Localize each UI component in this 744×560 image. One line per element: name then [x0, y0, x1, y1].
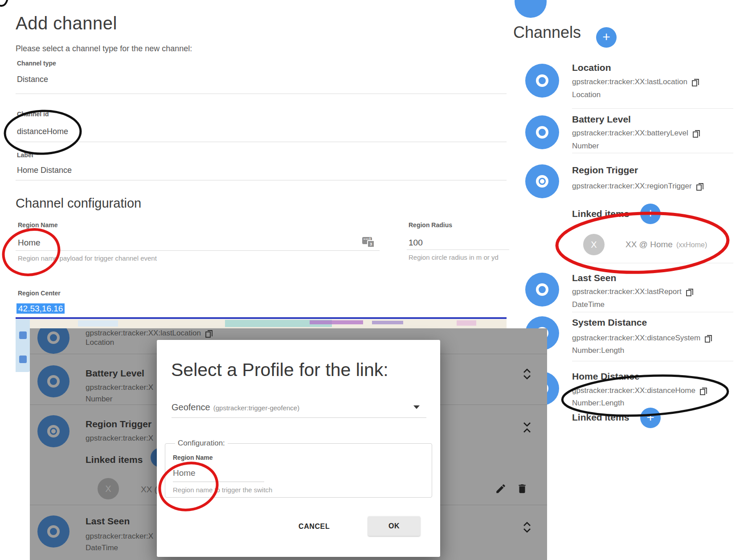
channel-heading: Location	[572, 62, 611, 73]
panel-top-partial-circle-icon	[515, 0, 547, 18]
channel-type: Location	[572, 90, 601, 99]
channel-id-input[interactable]: distanceHome	[17, 127, 68, 136]
add-linked-item-button[interactable]	[640, 204, 661, 224]
channel-heading: Last Seen	[572, 273, 616, 283]
label-field-input[interactable]: Home Distance	[17, 166, 72, 175]
copy-icon[interactable]	[693, 129, 700, 138]
channel-heading: System Distance	[572, 317, 647, 328]
linked-item-avatar: X	[583, 234, 605, 255]
channel-id-label: Channel id	[17, 110, 49, 118]
screen: Add channel Please select a channel type…	[0, 0, 744, 560]
region-name-hint: Region name to trigger the switch	[173, 486, 272, 494]
region-center-label: Region Center	[18, 290, 61, 297]
region-radius-underline	[407, 249, 509, 250]
profile-dialog: Select a Profile for the link: Geofence …	[157, 340, 440, 557]
channel-type: Number:Length	[572, 399, 624, 408]
channel-type-underline	[16, 94, 507, 94]
form-subtitle: Please select a channel type for the new…	[16, 44, 192, 53]
profile-selected-value: Geofence	[172, 402, 210, 413]
channel-heading: Battery Level	[572, 114, 631, 125]
profile-uid: (gpstracker:trigger-geofence)	[213, 404, 299, 412]
configuration-legend: Configuration:	[175, 439, 228, 448]
channel-type: DateTime	[572, 300, 605, 309]
linked-items-label: Linked items	[572, 412, 629, 423]
region-radius-input[interactable]: 100	[409, 238, 423, 248]
region-center-focus-underline	[16, 317, 507, 319]
page-title: Add channel	[16, 13, 117, 33]
ok-button[interactable]: OK	[368, 516, 420, 536]
linked-item-title: XX @ Home	[625, 240, 673, 249]
copy-icon[interactable]	[700, 387, 707, 395]
profile-select[interactable]: Geofence (gpstracker:trigger-geofence)	[172, 402, 299, 413]
channel-type: Number:Length	[572, 346, 624, 355]
configuration-fieldset: Configuration: Region Name Home Region n…	[165, 439, 432, 498]
copy-icon[interactable]	[692, 78, 699, 86]
section-title: Channel configuration	[16, 196, 141, 211]
region-radius-hint: Region circle radius in m or yd	[409, 253, 499, 261]
corner-annotation-arc	[0, 0, 8, 6]
channels-panel-title: Channels	[513, 23, 581, 42]
channel-type: Number	[572, 142, 599, 151]
channel-type-value[interactable]: Distance	[17, 75, 48, 84]
add-channel-button[interactable]	[596, 27, 617, 48]
keypad-icon[interactable]: •••‖ 3	[362, 237, 372, 244]
region-name-underline	[16, 250, 380, 251]
channel-uid: gpstracker:tracker:XX:distanceHome	[572, 386, 695, 395]
region-name-label: Region Name	[173, 454, 213, 461]
copy-icon[interactable]	[705, 334, 712, 343]
region-name-input[interactable]: Home	[18, 238, 41, 248]
region-center-input[interactable]: 42.53,16.16	[16, 304, 65, 314]
region-radius-label: Region Radius	[409, 221, 452, 229]
channel-last-seen-icon[interactable]	[525, 273, 559, 307]
map-zoom-out-button[interactable]	[19, 356, 27, 363]
label-underline	[16, 180, 507, 180]
channel-location-icon[interactable]	[525, 64, 559, 98]
channel-heading: Home Distance	[572, 371, 640, 382]
region-name-input[interactable]: Home	[173, 468, 196, 478]
add-linked-item-button[interactable]	[640, 408, 661, 428]
channel-region-trigger-icon[interactable]	[525, 164, 559, 198]
chevron-down-icon[interactable]	[413, 405, 420, 409]
copy-icon[interactable]	[696, 182, 704, 191]
copy-icon[interactable]	[686, 288, 694, 296]
channel-heading: Region Trigger	[572, 165, 638, 176]
map-fragment	[16, 319, 30, 372]
channel-uid: gpstracker:tracker:XX:lastLocation	[572, 78, 687, 86]
channel-battery-icon[interactable]	[525, 115, 559, 149]
channel-type-label: Channel type	[17, 60, 56, 67]
region-name-label: Region Name	[18, 221, 57, 229]
channel-uid: gpstracker:tracker:XX:batteryLevel	[572, 129, 688, 138]
map-sliver	[16, 319, 507, 328]
channel-uid: gpstracker:tracker:XX:distanceSystem	[572, 334, 700, 343]
region-name-hint: Region name payload for trigger channel …	[18, 254, 157, 262]
cancel-button[interactable]: CANCEL	[290, 517, 338, 536]
map-zoom-in-button[interactable]	[19, 331, 27, 339]
linked-items-label: Linked items	[572, 208, 629, 219]
channel-id-underline	[16, 142, 507, 142]
region-center-selected-value: 42.53,16.16	[16, 303, 65, 314]
linked-item-suffix: (xxHome)	[676, 241, 707, 249]
dialog-title: Select a Profile for the link:	[171, 360, 388, 380]
linked-item[interactable]: XX @ Home (xxHome)	[625, 240, 707, 249]
channel-uid: gpstracker:tracker:XX:lastReport	[572, 287, 682, 296]
red-ellipse-region-name	[0, 224, 64, 281]
channel-uid: gpstracker:tracker:XX:regionTrigger	[572, 182, 692, 191]
keypad-badge: 3	[367, 240, 375, 248]
label-field-label: Label	[17, 151, 33, 159]
